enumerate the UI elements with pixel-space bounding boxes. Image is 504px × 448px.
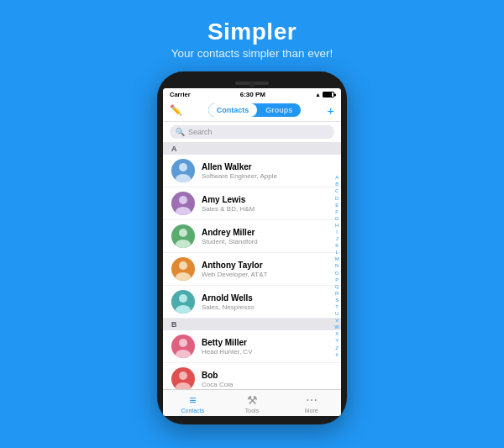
contact-name: Bob — [202, 370, 333, 381]
section-header-a: A — [163, 143, 341, 155]
index-b[interactable]: B — [334, 181, 339, 187]
index-y[interactable]: Y — [334, 337, 339, 344]
svg-point-0 — [179, 163, 187, 171]
contacts-tab-label: Contacts — [181, 408, 205, 414]
tools-tab-icon: ⚒ — [247, 393, 258, 407]
svg-point-3 — [176, 207, 191, 215]
tab-groups[interactable]: Groups — [257, 103, 301, 117]
contact-name: Arnold Wells — [202, 293, 333, 303]
svg-point-5 — [176, 240, 191, 248]
index-u[interactable]: U — [334, 310, 339, 317]
bottom-tab-bar: ≡ Contacts ⚒ Tools ⋯ More — [163, 389, 341, 416]
status-bar: Carrier 6:30 PM ▲ — [163, 88, 341, 100]
battery-icon — [323, 92, 334, 98]
nav-tabs: Contacts Groups — [208, 103, 302, 117]
wifi-icon: ▲ — [315, 92, 321, 98]
search-placeholder: Search — [188, 128, 213, 136]
avatar — [171, 192, 195, 215]
contact-item[interactable]: Anthony Taylor Web Developer, AT&T — [163, 253, 341, 286]
index-h[interactable]: H — [334, 222, 339, 229]
index-p[interactable]: P — [334, 277, 339, 283]
svg-point-4 — [179, 229, 187, 237]
index-r[interactable]: R — [334, 290, 339, 297]
index-n[interactable]: N — [334, 262, 339, 269]
add-contact-button[interactable]: + — [327, 104, 334, 117]
tab-more[interactable]: ⋯ More — [281, 393, 341, 414]
contact-info: Bob Coca Cola — [202, 370, 333, 388]
contact-info: Allen Walker Software Engineer, Apple — [202, 161, 333, 180]
index-f[interactable]: F — [334, 208, 339, 215]
contact-info: Betty Miller Head Hunter, CV — [202, 337, 333, 356]
index-s[interactable]: S — [334, 297, 339, 303]
svg-point-1 — [176, 174, 191, 182]
contact-info: Anthony Taylor Web Developer, AT&T — [202, 260, 333, 278]
index-j[interactable]: J — [334, 235, 339, 242]
contact-item[interactable]: Andrey Miller Student, Standford — [163, 220, 341, 253]
index-x[interactable]: X — [334, 330, 339, 337]
tab-tools[interactable]: ⚒ Tools — [223, 393, 282, 414]
svg-point-8 — [179, 294, 187, 303]
svg-point-7 — [176, 272, 191, 281]
index-i[interactable]: I — [334, 229, 339, 235]
carrier-text: Carrier — [170, 91, 191, 98]
svg-point-2 — [179, 196, 187, 204]
index-a[interactable]: A — [334, 174, 339, 181]
search-icon: 🔍 — [176, 128, 185, 136]
section-header-b: B — [163, 319, 341, 330]
contact-detail: Student, Standford — [202, 238, 333, 245]
contact-detail: Software Engineer, Apple — [202, 172, 333, 180]
svg-point-10 — [179, 339, 187, 347]
contacts-list: A Allen Walker Software Engineer, Apple … — [163, 143, 341, 389]
index-sidebar[interactable]: A B C D E F G H I J K L M N O P Q R S T — [334, 143, 339, 389]
more-tab-label: More — [305, 408, 318, 414]
contact-item[interactable]: Arnold Wells Sales, Nespresso — [163, 286, 341, 319]
index-l[interactable]: L — [334, 249, 339, 256]
avatar — [171, 257, 195, 281]
index-c[interactable]: C — [334, 187, 339, 194]
avatar — [171, 335, 195, 358]
index-d[interactable]: D — [334, 195, 339, 202]
avatar — [171, 224, 195, 248]
contact-detail: Head Hunter, CV — [202, 348, 333, 356]
index-hash[interactable]: # — [334, 351, 339, 358]
contact-item[interactable]: Betty Miller Head Hunter, CV — [163, 330, 341, 363]
index-w[interactable]: W — [334, 324, 339, 330]
index-z[interactable]: Z — [334, 345, 339, 351]
index-e[interactable]: E — [334, 202, 339, 208]
index-o[interactable]: O — [334, 270, 339, 277]
edit-icon[interactable]: ✏️ — [170, 104, 182, 116]
app-subtitle: Your contacts simpler than ever! — [171, 47, 333, 60]
svg-point-9 — [176, 305, 191, 314]
contact-item[interactable]: Bob Coca Cola — [163, 363, 341, 389]
search-field[interactable]: 🔍 Search — [170, 125, 334, 139]
svg-point-12 — [179, 372, 187, 380]
contact-name: Anthony Taylor — [202, 260, 333, 271]
tools-tab-label: Tools — [245, 408, 259, 414]
contact-info: Amy Lewis Sales & BD, H&M — [202, 194, 333, 213]
phone-screen: Carrier 6:30 PM ▲ ✏️ Contacts Groups + 🔍 — [163, 88, 341, 416]
index-q[interactable]: Q — [334, 283, 339, 290]
avatar — [171, 159, 195, 182]
contact-detail: Coca Cola — [202, 381, 333, 388]
contact-name: Amy Lewis — [202, 194, 333, 205]
contact-item[interactable]: Allen Walker Software Engineer, Apple — [163, 155, 341, 187]
avatar — [171, 290, 195, 314]
contact-item[interactable]: Amy Lewis Sales & BD, H&M — [163, 187, 341, 220]
avatar — [171, 367, 195, 389]
battery-tip — [334, 93, 336, 96]
index-m[interactable]: M — [334, 256, 339, 262]
contact-name: Allen Walker — [202, 161, 333, 172]
tab-contacts[interactable]: ≡ Contacts — [163, 393, 223, 414]
app-navbar: ✏️ Contacts Groups + — [163, 100, 341, 122]
svg-point-11 — [176, 350, 191, 358]
index-v[interactable]: V — [334, 317, 339, 324]
index-t[interactable]: T — [334, 303, 339, 310]
svg-point-6 — [179, 261, 187, 270]
contact-detail: Sales & BD, H&M — [202, 205, 333, 213]
index-k[interactable]: K — [334, 242, 339, 249]
contact-name: Andrey Miller — [202, 227, 333, 238]
index-g[interactable]: G — [334, 215, 339, 222]
contact-detail: Web Developer, AT&T — [202, 271, 333, 278]
tab-contacts[interactable]: Contacts — [208, 103, 258, 117]
more-tab-icon: ⋯ — [306, 393, 318, 407]
